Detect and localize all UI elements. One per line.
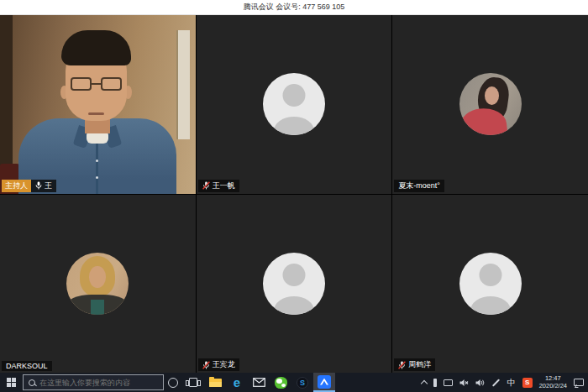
host-shirt-button [96, 176, 98, 179]
meeting-title-bar: 腾讯会议 会议号: 477 569 105 [0, 0, 588, 15]
video-tile-6[interactable]: 周鹤洋 [392, 195, 588, 374]
avatar-placeholder [263, 73, 325, 135]
s-browser-button[interactable]: S [291, 373, 313, 392]
mic-muted-icon [202, 361, 210, 369]
s-browser-icon: S [297, 377, 308, 389]
video-tile-5[interactable]: 王宾龙 [197, 195, 392, 374]
mic-on-icon [35, 181, 42, 190]
task-view-button[interactable] [182, 373, 204, 392]
tray-speaker-muted-icon[interactable] [459, 379, 469, 387]
avatar-photo [459, 73, 522, 135]
avatar-placeholder [459, 253, 522, 315]
file-explorer-button[interactable] [204, 373, 226, 392]
sogou-input-icon[interactable]: S [522, 378, 533, 388]
edge-button[interactable]: e [226, 373, 248, 392]
wechat-button[interactable] [270, 373, 291, 392]
tray-volume-icon[interactable] [475, 379, 485, 387]
participant-name: 王 [45, 180, 52, 191]
windows-taskbar: e S [0, 373, 588, 392]
taskbar-apps: e S [182, 373, 335, 392]
video-tile-3[interactable]: 夏末-moent° [392, 15, 588, 194]
participant-name: 周鹤洋 [408, 359, 431, 370]
search-input[interactable] [39, 379, 149, 387]
tray-display-icon[interactable] [444, 379, 453, 386]
participant-name: 夏末-moent° [398, 180, 440, 191]
windows-logo-icon [7, 378, 16, 387]
mic-muted-icon [202, 181, 210, 190]
wechat-icon [275, 377, 287, 389]
clock-date: 2020/2/24 [539, 383, 567, 390]
cortana-icon [168, 378, 178, 388]
host-shirt-placket [96, 142, 98, 194]
taskbar-search[interactable] [23, 374, 164, 390]
host-undershirt [87, 133, 108, 144]
tray-pin-icon[interactable] [433, 379, 437, 387]
host-shirt-button [96, 159, 98, 162]
host-video-window-frame [178, 30, 190, 139]
video-tile-4[interactable]: DARKSOUL [0, 195, 196, 374]
tencent-meeting-button-active[interactable] [313, 373, 335, 392]
folder-icon [209, 379, 222, 387]
meeting-title: 腾讯会议 会议号: 477 569 105 [244, 2, 345, 13]
video-tile-host[interactable]: 主持人 王 [0, 15, 196, 194]
participant-grid: 主持人 王 [0, 15, 588, 373]
mic-muted-icon [398, 361, 406, 369]
participant-name: 王一帆 [213, 180, 235, 191]
taskbar-clock[interactable]: 12:47 2020/2/24 [539, 375, 567, 389]
desktop-screen: 腾讯会议 会议号: 477 569 105 [0, 0, 588, 392]
participant-name: DARKSOUL [6, 362, 48, 370]
search-icon [29, 379, 35, 386]
participant-name: 王宾龙 [213, 359, 235, 370]
action-center-icon[interactable] [574, 379, 584, 386]
task-view-icon [189, 378, 197, 387]
host-hair [61, 30, 131, 65]
tencent-meeting-icon [318, 375, 331, 389]
host-glasses [71, 77, 122, 91]
video-tile-2[interactable]: 王一帆 [197, 15, 392, 194]
host-mouth [88, 112, 104, 115]
tray-expand-chevron-icon[interactable] [420, 380, 427, 387]
input-method-indicator[interactable]: 中 [507, 377, 516, 389]
mail-icon [253, 378, 265, 387]
host-role-badge: 主持人 [2, 180, 31, 192]
avatar-photo [66, 253, 129, 315]
cortana-button[interactable] [164, 373, 182, 392]
system-tray: 中 S 12:47 2020/2/24 [422, 375, 588, 389]
mail-button[interactable] [248, 373, 270, 392]
start-button[interactable] [0, 373, 23, 392]
avatar-placeholder [263, 253, 325, 315]
tray-ink-pen-icon[interactable] [492, 379, 500, 386]
edge-icon: e [234, 376, 240, 389]
